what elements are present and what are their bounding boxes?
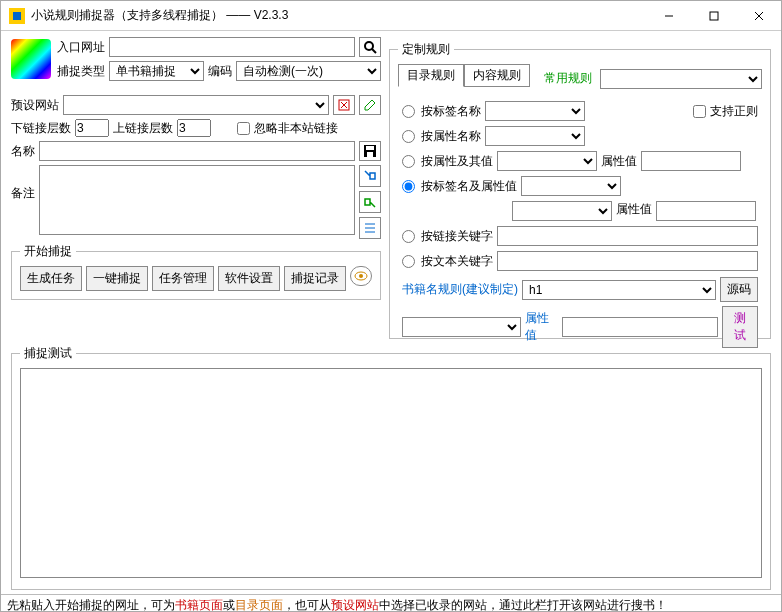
radio-linkkw[interactable]: [402, 230, 415, 243]
bookname-attrval-label: 属性值: [525, 310, 558, 344]
tag-attrval-val-label: 属性值: [616, 201, 652, 221]
tab-content[interactable]: 内容规则: [464, 64, 530, 87]
radio-attrval[interactable]: [402, 155, 415, 168]
edit-preset-icon[interactable]: [359, 95, 381, 115]
regex-checkbox[interactable]: [693, 105, 706, 118]
svg-rect-12: [366, 146, 374, 150]
name-input[interactable]: [39, 141, 355, 161]
radio-tagname[interactable]: [402, 105, 415, 118]
status-bar: 先粘贴入开始捕捉的网址，可为书籍页面或目录页面，也可从预设网站中选择已收录的网站…: [1, 594, 781, 612]
start-capture-fieldset: 开始捕捉 生成任务 一键捕捉 任务管理 软件设置 捕捉记录: [11, 243, 381, 300]
svg-rect-3: [710, 12, 718, 20]
attrval-val-input[interactable]: [641, 151, 741, 171]
bookname-label: 书籍名规则(建议制定): [402, 281, 518, 298]
encode-select[interactable]: 自动检测(一次): [236, 61, 381, 81]
task-mgmt-button[interactable]: 任务管理: [152, 266, 214, 291]
radio-attrname[interactable]: [402, 130, 415, 143]
common-rule-label: 常用规则: [544, 70, 592, 87]
svg-rect-1: [13, 12, 21, 20]
minimize-button[interactable]: [646, 1, 691, 30]
tab-catalog[interactable]: 目录规则: [398, 64, 464, 87]
import-icon[interactable]: [359, 165, 381, 187]
common-rule-select[interactable]: [600, 69, 762, 89]
svg-point-18: [359, 274, 363, 278]
textkw-input[interactable]: [497, 251, 758, 271]
encode-label: 编码: [208, 63, 232, 80]
app-icon: [9, 8, 25, 24]
custom-rule-legend: 定制规则: [398, 41, 454, 58]
tag-attrval-attr-select[interactable]: [512, 201, 612, 221]
linkkw-label: 按链接关键字: [421, 228, 493, 245]
ignore-label: 忽略非本站链接: [254, 120, 338, 137]
svg-point-6: [365, 42, 373, 50]
attrval-label: 按属性及其值: [421, 153, 493, 170]
soft-set-button[interactable]: 软件设置: [218, 266, 280, 291]
url-input[interactable]: [109, 37, 355, 57]
source-button[interactable]: 源码: [720, 277, 758, 302]
tagname-label: 按标签名称: [421, 103, 481, 120]
preset-label: 预设网站: [11, 97, 59, 114]
attrval-val-label: 属性值: [601, 153, 637, 170]
linkkw-input[interactable]: [497, 226, 758, 246]
start-capture-legend: 开始捕捉: [20, 243, 76, 260]
svg-rect-13: [367, 152, 373, 157]
attrval-attr-select[interactable]: [497, 151, 597, 171]
tag-attrval-label: 按标签名及属性值: [421, 178, 517, 195]
close-button[interactable]: [736, 1, 781, 30]
maximize-button[interactable]: [691, 1, 736, 30]
up-layers-label: 上链接层数: [113, 120, 173, 137]
export-icon[interactable]: [359, 191, 381, 213]
textkw-label: 按文本关键字: [421, 253, 493, 270]
attrname-label: 按属性名称: [421, 128, 481, 145]
capture-test-fieldset: 捕捉测试: [11, 345, 771, 590]
bookname-attrval-input[interactable]: [562, 317, 718, 337]
ignore-external-checkbox[interactable]: [237, 122, 250, 135]
list-icon[interactable]: [359, 217, 381, 239]
down-layers-input[interactable]: [75, 119, 109, 137]
capture-type-select[interactable]: 单书籍捕捉: [109, 61, 204, 81]
tagname-select[interactable]: [485, 101, 585, 121]
url-label: 入口网址: [57, 39, 105, 56]
save-icon[interactable]: [359, 141, 381, 161]
capture-test-legend: 捕捉测试: [20, 345, 76, 362]
capture-log-button[interactable]: 捕捉记录: [284, 266, 346, 291]
regex-label: 支持正则: [710, 103, 758, 120]
tag-attrval-val-input[interactable]: [656, 201, 756, 221]
gen-task-button[interactable]: 生成任务: [20, 266, 82, 291]
radio-textkw[interactable]: [402, 255, 415, 268]
delete-preset-icon[interactable]: [333, 95, 355, 115]
radio-tag-attrval[interactable]: [402, 180, 415, 193]
down-layers-label: 下链接层数: [11, 120, 71, 137]
svg-line-7: [372, 49, 376, 53]
preset-select[interactable]: [63, 95, 329, 115]
capture-test-output[interactable]: [20, 368, 762, 578]
tag-attrval-tag-select[interactable]: [521, 176, 621, 196]
attrname-select[interactable]: [485, 126, 585, 146]
remark-input[interactable]: [39, 165, 355, 235]
eye-icon[interactable]: [350, 266, 372, 286]
titlebar: 小说规则捕捉器（支持多线程捕捉） —— V2.3.3: [1, 1, 781, 31]
window-title: 小说规则捕捉器（支持多线程捕捉） —— V2.3.3: [31, 7, 646, 24]
app-logo-icon: [11, 39, 51, 79]
remark-label: 备注: [11, 165, 35, 202]
name-label: 名称: [11, 143, 35, 160]
bookname-select[interactable]: h1: [522, 280, 716, 300]
bookname-attr-select[interactable]: [402, 317, 521, 337]
one-click-button[interactable]: 一键捕捉: [86, 266, 148, 291]
custom-rule-fieldset: 定制规则 目录规则 内容规则 常用规则 按标签名称 支持正则: [389, 41, 771, 339]
capture-type-label: 捕捉类型: [57, 63, 105, 80]
search-icon[interactable]: [359, 37, 381, 57]
up-layers-input[interactable]: [177, 119, 211, 137]
